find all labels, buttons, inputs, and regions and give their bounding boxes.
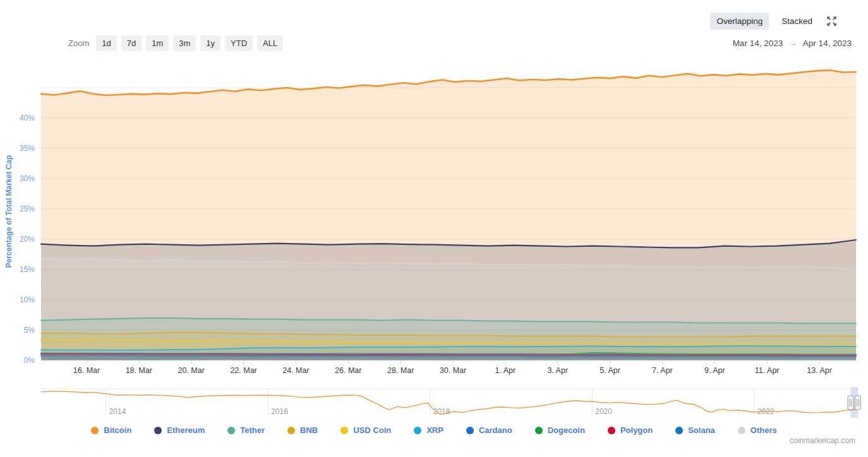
legend-item-bitcoin[interactable]: Bitcoin (91, 425, 131, 435)
y-axis-label: 15% (20, 265, 35, 274)
legend-item-xrp[interactable]: XRP (414, 425, 443, 435)
x-axis-label: 7. Apr (652, 366, 673, 375)
navigator-handle-left[interactable] (848, 396, 853, 410)
x-axis-label: 28. Mar (387, 366, 414, 375)
y-axis-label: 0% (24, 356, 35, 365)
xrp-dot-icon (414, 427, 421, 434)
legend-item-dogecoin[interactable]: Dogecoin (535, 425, 585, 435)
legend-item-solana[interactable]: Solana (675, 425, 715, 435)
legend-item-tether[interactable]: Tether (227, 425, 265, 435)
legend-label: Cardano (479, 425, 512, 435)
legend-label: Others (750, 425, 777, 435)
area-others (41, 258, 856, 360)
y-axis-label: 10% (20, 295, 35, 304)
y-axis-label: 20% (20, 235, 35, 244)
x-axis-label: 5. Apr (600, 366, 620, 375)
x-axis-label: 3. Apr (547, 366, 568, 375)
legend-item-polygon[interactable]: Polygon (608, 425, 653, 435)
y-axis-label: 30% (20, 174, 35, 183)
x-axis-label: 24. Mar (282, 366, 309, 375)
legend-item-usd-coin[interactable]: USD Coin (341, 425, 391, 435)
legend-label: BNB (300, 425, 318, 435)
usd-coin-dot-icon (341, 427, 348, 434)
bnb-dot-icon (287, 427, 295, 434)
legend-label: Dogecoin (548, 425, 585, 435)
y-axis-label: 40% (20, 114, 35, 122)
main-chart[interactable]: 0%5%10%15%20%25%30%35%40%16. Mar18. Mar2… (0, 0, 868, 457)
legend-item-bnb[interactable]: BNB (287, 425, 318, 435)
legend-label: Polygon (620, 425, 653, 435)
chart-legend: BitcoinEthereumTetherBNBUSD CoinXRPCarda… (0, 425, 868, 435)
watermark: coinmarketcap.com (790, 436, 855, 445)
tether-dot-icon (227, 427, 235, 434)
dogecoin-dot-icon (535, 427, 543, 434)
y-axis-label: 25% (20, 205, 35, 213)
bitcoin-dot-icon (91, 427, 99, 434)
legend-label: Bitcoin (104, 425, 131, 435)
x-axis-label: 30. Mar (440, 366, 466, 375)
navigator-handle-right[interactable] (855, 396, 861, 410)
y-axis-label: 35% (20, 144, 35, 153)
x-axis-label: 26. Mar (335, 366, 361, 375)
x-axis-label: 1. Apr (495, 366, 516, 375)
navigator-year-label: 2020 (595, 407, 612, 416)
legend-label: USD Coin (353, 425, 391, 435)
x-axis-label: 20. Mar (178, 366, 205, 375)
ethereum-dot-icon (154, 427, 162, 434)
legend-label: Ethereum (167, 425, 205, 435)
legend-label: Solana (688, 425, 715, 435)
x-axis-label: 16. Mar (73, 366, 100, 375)
navigator-year-label: 2016 (271, 407, 288, 416)
cardano-dot-icon (466, 427, 474, 434)
solana-dot-icon (675, 427, 683, 434)
legend-item-ethereum[interactable]: Ethereum (154, 425, 205, 435)
others-dot-icon (738, 427, 745, 434)
x-axis-label: 11. Apr (755, 366, 780, 375)
x-axis-label: 13. Apr (807, 366, 832, 375)
legend-label: Tether (240, 425, 265, 435)
polygon-dot-icon (608, 427, 615, 434)
x-axis-label: 18. Mar (126, 366, 152, 375)
x-axis-label: 22. Mar (230, 366, 256, 375)
legend-label: XRP (426, 425, 443, 435)
legend-item-others[interactable]: Others (738, 425, 777, 435)
navigator-year-label: 2014 (109, 407, 126, 416)
y-axis-label: 5% (24, 326, 35, 335)
x-axis-label: 9. Apr (704, 366, 725, 375)
legend-item-cardano[interactable]: Cardano (466, 425, 512, 435)
